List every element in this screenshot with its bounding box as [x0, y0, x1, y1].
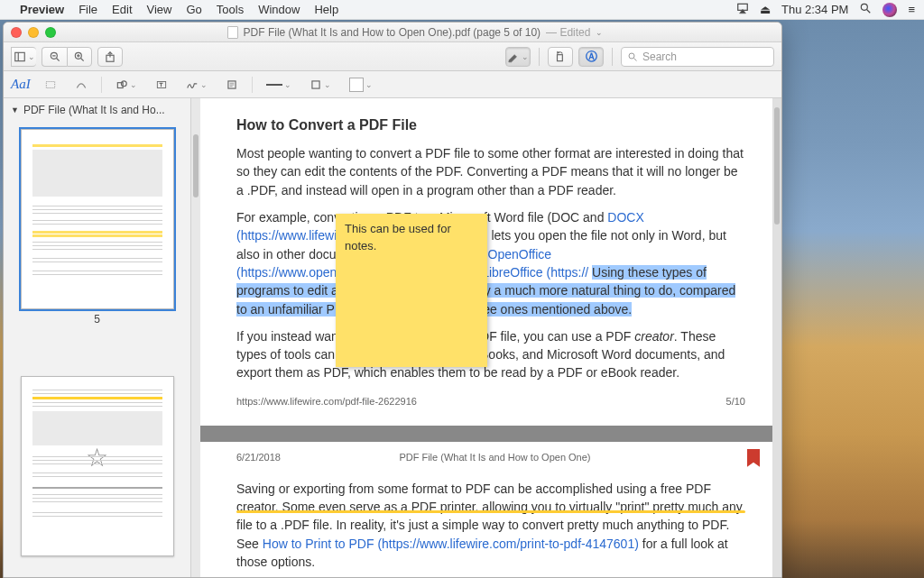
svg-rect-28: [312, 80, 319, 87]
app-menu[interactable]: Preview: [20, 3, 64, 16]
title-dropdown-icon[interactable]: ⌄: [596, 28, 603, 37]
document-scrollbar[interactable]: [772, 98, 781, 577]
svg-rect-15: [558, 54, 563, 60]
window-titlebar[interactable]: PDF File (What It Is and How to Open One…: [4, 23, 781, 42]
text-selection-tool[interactable]: AaI: [11, 77, 31, 92]
zoom-window-button[interactable]: [45, 27, 56, 38]
rectangular-selection-tool[interactable]: [40, 76, 61, 94]
search-placeholder: Search: [642, 50, 677, 63]
disclosure-triangle-icon[interactable]: ▼: [11, 106, 19, 115]
preview-window: PDF File (What It Is and How to Open One…: [3, 22, 782, 578]
page-thumbnail-6[interactable]: ☆: [21, 376, 174, 556]
zoom-group: [42, 47, 92, 67]
print-to-pdf-link[interactable]: How to Print to PDF (https://www.lifewir…: [263, 537, 639, 551]
svg-line-8: [56, 58, 59, 60]
page-thumbnail-5[interactable]: [21, 129, 174, 309]
markup-toolbar: AaI ⌄ T ⌄ ⌄ ⌄ ⌄: [4, 71, 781, 98]
star-annotation-icon: ☆: [86, 443, 108, 472]
traffic-lights: [11, 27, 56, 38]
svg-line-3: [867, 10, 871, 14]
markup-icon: Ⓐ: [586, 49, 597, 65]
thumbnail-sidebar: ▼ PDF File (What It Is and Ho... 5: [4, 98, 191, 577]
zoom-in-button[interactable]: [67, 47, 92, 67]
file-menu[interactable]: File: [79, 3, 97, 16]
svg-line-12: [81, 58, 84, 60]
eject-icon[interactable]: ⏏: [760, 3, 771, 16]
text-tool[interactable]: T: [151, 76, 172, 94]
share-button[interactable]: [97, 47, 123, 67]
fill-color-tool[interactable]: ⌄: [345, 75, 377, 95]
sticky-note-text: This can be used for notes.: [345, 222, 451, 252]
sidebar-header[interactable]: ▼ PDF File (What It Is and Ho...: [4, 98, 190, 122]
siri-icon[interactable]: [882, 3, 897, 17]
sidebar-scrollbar[interactable]: [191, 98, 200, 577]
rotate-button[interactable]: [548, 47, 573, 67]
page-5-paragraph-1: Most people wanting to convert a PDF fil…: [236, 144, 745, 199]
macos-menubar: Preview File Edit View Go Tools Window H…: [0, 0, 924, 20]
window-title: PDF File (What It Is and How to Open One…: [244, 26, 541, 39]
svg-point-17: [629, 53, 634, 59]
page-5-paragraph-2: For example, converting a PDF to a Micro…: [236, 208, 745, 318]
page-5-footer-pagenum: 5/10: [726, 395, 745, 409]
shapes-tool[interactable]: ⌄: [111, 76, 142, 94]
go-menu[interactable]: Go: [186, 3, 201, 16]
spotlight-icon[interactable]: [859, 2, 872, 17]
page-5-heading: How to Convert a PDF File: [236, 115, 745, 135]
minimize-window-button[interactable]: [28, 27, 39, 38]
help-menu[interactable]: Help: [314, 3, 338, 16]
airplay-icon[interactable]: [736, 2, 749, 17]
page-6-doctitle: PDF File (What It Is and How to Open One…: [281, 451, 709, 465]
border-style-tool[interactable]: ⌄: [262, 78, 296, 92]
sticky-note[interactable]: This can be used for notes.: [336, 214, 487, 367]
svg-point-2: [862, 4, 868, 10]
page-5-paragraph-3: If you instead want a non-PDF file to be…: [236, 327, 745, 382]
note-tool[interactable]: [221, 76, 243, 94]
markup-toolbar-button[interactable]: Ⓐ: [578, 47, 604, 67]
sidebar-document-title: PDF File (What It Is and Ho...: [23, 104, 165, 116]
svg-rect-4: [14, 52, 24, 60]
page-5: How to Convert a PDF File Most people wa…: [200, 98, 772, 426]
main-toolbar: ⌄ ⌄ Ⓐ Search: [4, 42, 781, 71]
svg-point-21: [121, 80, 126, 86]
highlight-squiggle: [236, 510, 745, 513]
document-view[interactable]: How to Convert a PDF File Most people wa…: [200, 98, 772, 577]
page-6: 6/21/2018 PDF File (What It Is and How t…: [200, 442, 772, 577]
bookmark-icon[interactable]: [747, 449, 760, 467]
page-6-date: 6/21/2018: [236, 451, 281, 465]
thumbnail-page-number: 5: [94, 313, 100, 326]
document-proxy-icon[interactable]: [227, 26, 238, 39]
svg-text:T: T: [159, 82, 162, 87]
sign-tool[interactable]: ⌄: [181, 76, 212, 94]
libreoffice-link[interactable]: LibreOffice (https://: [482, 265, 588, 280]
search-field[interactable]: Search: [621, 47, 774, 67]
notification-center-icon[interactable]: ≡: [908, 3, 915, 16]
tools-menu[interactable]: Tools: [217, 3, 244, 16]
sidebar-toggle-button[interactable]: ⌄: [11, 47, 36, 67]
page-6-paragraph-1: Saving or exporting from some format to …: [236, 480, 745, 571]
border-color-tool[interactable]: ⌄: [305, 76, 336, 94]
instant-alpha-tool[interactable]: [70, 76, 92, 94]
edited-indicator[interactable]: — Edited: [546, 26, 590, 39]
svg-rect-19: [46, 81, 54, 87]
window-menu[interactable]: Window: [258, 3, 300, 16]
search-icon: [627, 51, 638, 62]
zoom-out-button[interactable]: [42, 47, 67, 67]
page-5-footer-url: https://www.lifewire.com/pdf-file-262291…: [236, 395, 417, 409]
svg-line-18: [634, 58, 637, 60]
highlight-tool-button[interactable]: ⌄: [505, 47, 531, 67]
edit-menu[interactable]: Edit: [112, 3, 132, 16]
view-menu[interactable]: View: [147, 3, 172, 16]
menubar-clock[interactable]: Thu 2:34 PM: [781, 3, 848, 16]
close-window-button[interactable]: [11, 27, 22, 38]
sidebar-view-group: ⌄: [11, 47, 36, 67]
